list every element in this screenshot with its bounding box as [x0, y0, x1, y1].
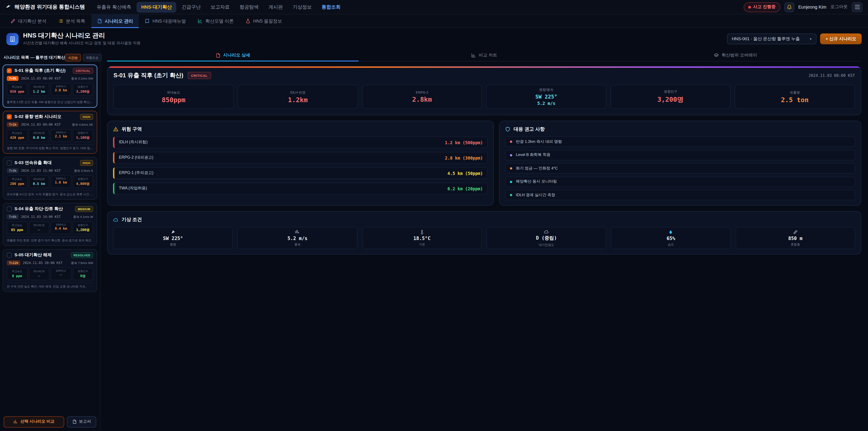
- sub-tab-1[interactable]: 분석 목록: [53, 14, 91, 28]
- detail-metrics: 최대농도850ppmIDLH 반경1.2kmERPG-22.8km풍향/풍속SW…: [114, 85, 855, 109]
- nav-item-4[interactable]: 항공탐색: [235, 2, 263, 12]
- sort-by-risk-button[interactable]: 위험도순: [83, 54, 102, 61]
- sub-tab-label: 확산모델 이론: [206, 18, 234, 24]
- scenario-description: 풍향 SE 전환. 주거지역 방향 확산 우려. 영향인구 증가. 대피 범위 …: [7, 144, 93, 151]
- scenario-title: S-01 유출 직후 (초기 확산): [14, 68, 70, 74]
- weather-label: 풍향: [170, 242, 176, 247]
- scenario-title: S-03 연속유출 확대: [14, 160, 77, 166]
- sub-tab-3[interactable]: HNS 대응매뉴얼: [139, 14, 192, 28]
- metric-label: 영향인구: [73, 223, 92, 227]
- zone-rows: IDLH (즉시위험)1.2 km (500ppm)ERPG-2 (대피권고)2…: [113, 136, 488, 194]
- weather-label: 대기안정도: [539, 243, 554, 247]
- nav-item-6[interactable]: 기상정보: [288, 2, 316, 12]
- new-scenario-button[interactable]: + 신규 시나리오: [820, 33, 862, 44]
- menu-button[interactable]: [852, 2, 863, 12]
- scenario-checkbox[interactable]: ✓: [7, 207, 12, 212]
- scenario-description: 유출원 차단 완료. 잔류 증기 대기 확산중. 풍속 증가로 희석 촉진.: [7, 237, 93, 243]
- weather-label: 기온: [419, 242, 425, 247]
- main-tab-2[interactable]: 확산범위 오버레이: [610, 50, 861, 61]
- sub-tab-2[interactable]: 시나리오 관리: [91, 14, 139, 28]
- metric-box: IDLH반경—: [29, 221, 49, 234]
- droplet-icon: [669, 229, 673, 235]
- sort-by-time-button[interactable]: 시간순: [65, 54, 81, 61]
- scenario-card-S-03[interactable]: ✓S-03 연속유출 확대HIGHT+3h2024.11.03 11:00 KS…: [3, 157, 97, 200]
- scenario-datetime: 2024.11.03 09:00 KST: [21, 123, 61, 127]
- scenario-wind: 풍속 4.8m/s SE: [72, 122, 93, 127]
- scenario-card-S-05[interactable]: ✓S-05 대기확산 해제RESOLVEDT+12h2024.11.03 20:…: [3, 249, 97, 292]
- scenario-metrics: 최고농도85 ppmIDLH반경—ERPG-20.4 km영향인구1,200명: [7, 221, 93, 234]
- detail-metric-value: 3,200명: [657, 95, 684, 104]
- metric-value: —: [30, 228, 49, 232]
- metric-box: ERPG-22.8 km: [51, 83, 71, 96]
- incident-status-badge[interactable]: 사고 진행중: [743, 2, 780, 12]
- main-tab-label: 시나리오 상세: [223, 53, 250, 58]
- metric-value: 280 ppm: [8, 182, 26, 186]
- nav-item-3[interactable]: 보고자료: [206, 2, 234, 12]
- hazard-zones-panel: 위험 구역 IDLH (즉시위험)1.2 km (500ppm)ERPG-2 (…: [107, 121, 494, 206]
- detail-metric-label: 유출량: [790, 90, 800, 95]
- zone-row: ERPG-1 (주의경고)4.5 km (50ppm): [113, 167, 488, 179]
- nav-item-5[interactable]: 게시판: [264, 2, 287, 12]
- nav-item-1[interactable]: HNS·대기확산: [137, 2, 176, 12]
- scenario-title: S-05 대기확산 해제: [14, 252, 68, 258]
- app: 해양환경 위기대응 통합시스템 유출유 확산예측HNS·대기확산긴급구난보고자료…: [0, 0, 868, 431]
- compare-scenarios-button[interactable]: 선택 시나리오 비교: [4, 416, 64, 427]
- scenario-card-S-01[interactable]: ✓S-01 유출 직후 (초기 확산)CRITICALT+0h2024.11.0…: [3, 65, 97, 107]
- zone-label: ERPG-1 (주의경고): [119, 171, 153, 176]
- metric-label: 최고농도: [8, 131, 26, 135]
- nav-item-0[interactable]: 유출유 확산예측: [92, 2, 136, 12]
- bullet-dot-icon: [510, 141, 512, 143]
- main-tab-0[interactable]: 시나리오 상세: [107, 50, 359, 61]
- nav-item-7[interactable]: 통합조회: [317, 2, 345, 12]
- sub-tab-label: 대기확산 분석: [18, 18, 46, 24]
- wind-direction-icon: [169, 228, 177, 235]
- scenario-checkbox[interactable]: ✓: [7, 253, 12, 258]
- scenario-card-S-02[interactable]: ✓S-02 풍향 변화 시나리오HIGHT+1h2024.11.03 09:00…: [3, 111, 97, 154]
- detail-title: S-01 유출 직후 (초기 확산): [114, 71, 183, 80]
- detail-metric-label: IDLH 반경: [290, 90, 305, 95]
- page-header: HNS 대기확산 시나리오 관리 시간조건별 대기확산 예측 시나리오 비교·검…: [0, 28, 868, 50]
- topbar: 해양환경 위기대응 통합시스템 유출유 확산예측HNS·대기확산긴급구난보고자료…: [0, 0, 868, 14]
- page-title: HNS 대기확산 시나리오 관리: [23, 32, 141, 40]
- metric-label: 최고농도: [8, 269, 26, 274]
- hazard-zones-header: 위험 구역: [113, 126, 488, 132]
- incident-select[interactable]: HNS-001 · 울산 온산항 톨루엔 누출 ▾: [727, 33, 816, 44]
- detail-metric-tile: 유출량2.5 ton: [735, 85, 855, 109]
- sidebar-header: 시나리오 목록 — 톨루엔 대기확산 시간순 위험도순: [0, 50, 100, 65]
- scenario-card-top: ✓S-03 연속유출 확대HIGH: [7, 160, 93, 166]
- scenario-title: S-04 유출 차단·잔류 확산: [14, 206, 72, 212]
- sub-tab-4[interactable]: 확산모델 이론: [192, 14, 240, 28]
- severity-badge: HIGH: [80, 160, 93, 166]
- action-row: Level B 화학복 착용: [505, 150, 855, 160]
- metric-label: 최고농도: [8, 223, 26, 227]
- notifications-button[interactable]: [784, 2, 794, 12]
- sub-tab-0[interactable]: 대기확산 분석: [4, 14, 53, 28]
- metric-label: ERPG-2: [52, 85, 70, 88]
- sort-toggle: 시간순 위험도순: [65, 54, 102, 61]
- main-panel: 시나리오 상세비교 차트확산범위 오버레이 S-01 유출 직후 (초기 확산)…: [100, 50, 868, 431]
- scenario-checkbox[interactable]: ✓: [7, 160, 12, 165]
- scenario-checkbox[interactable]: ✓: [7, 68, 12, 73]
- book-icon: [145, 19, 150, 24]
- action-text: 해양확산 동시 모니터링: [516, 179, 557, 184]
- wind-icon: [295, 229, 300, 235]
- flask-icon: [246, 19, 250, 24]
- metric-label: 최고농도: [8, 177, 26, 181]
- logout-button[interactable]: 로그아웃: [831, 4, 848, 10]
- sub-tab-5[interactable]: HNS 물질정보: [240, 14, 288, 28]
- status-dot-icon: [748, 6, 751, 8]
- severity-badge: CRITICAL: [73, 68, 93, 74]
- report-button[interactable]: 보고서: [67, 416, 96, 427]
- main-tab-1[interactable]: 비교 차트: [359, 50, 610, 61]
- scenario-checkbox[interactable]: ✓: [7, 114, 12, 119]
- scenario-card-S-04[interactable]: ✓S-04 유출 차단·잔류 확산MEDIUMT+6h2024.11.03 14…: [3, 203, 97, 246]
- file-icon: [215, 53, 220, 58]
- zone-label: TWA (작업허용): [119, 186, 147, 191]
- chart-line-icon: [198, 19, 203, 24]
- sub-tabbar: 대기확산 분석분석 목록시나리오 관리HNS 대응매뉴얼확산모델 이론HNS 물…: [0, 14, 868, 28]
- cloud-icon: [113, 217, 119, 222]
- weather-tile: 18.5°C기온: [362, 227, 482, 249]
- nav-item-2[interactable]: 긴급구난: [177, 2, 205, 12]
- scenario-description: 전 구역 안전 농도 확인. 대피 해제. 진입 요원 모니터링 지속.: [7, 282, 93, 289]
- action-row: 반경 1.2km 즉시 대피 명령: [505, 136, 855, 147]
